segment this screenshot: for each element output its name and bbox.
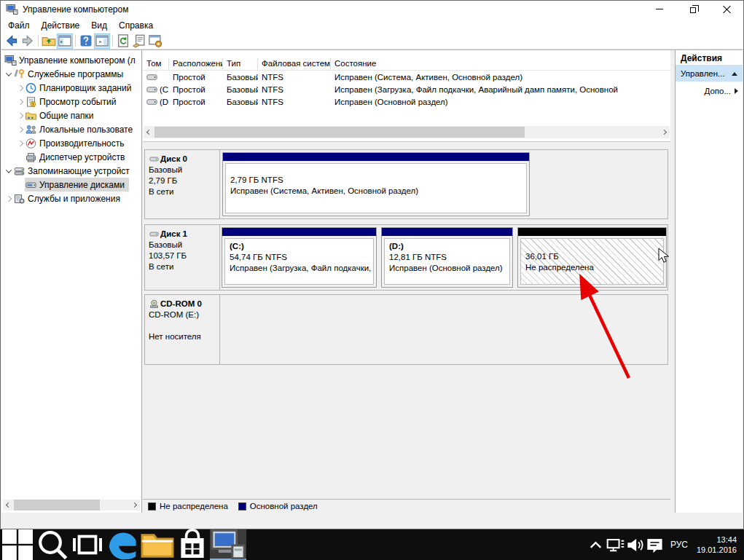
chevron-right-icon[interactable] <box>16 127 25 132</box>
network-status-button[interactable] <box>606 529 625 560</box>
disk0-row: Диск 0 Базовый 2,79 ГБ В сети 2,79 ГБ NT… <box>144 149 668 219</box>
disk0-partition-system[interactable]: 2,79 ГБ NTFS Исправен (Система, Активен,… <box>222 152 530 216</box>
chevron-down-icon[interactable] <box>4 169 13 173</box>
chevron-right-icon[interactable] <box>16 86 25 90</box>
scroll-right-icon[interactable] <box>129 500 140 510</box>
action-pane-toggle-button[interactable] <box>94 33 110 49</box>
tree-item-task-scheduler[interactable]: Планировщик заданий <box>1 81 141 95</box>
file-explorer-button[interactable] <box>140 529 175 560</box>
menu-help[interactable]: Справка <box>113 19 159 32</box>
tree-item-device-manager[interactable]: Диспетчер устройств <box>1 150 141 164</box>
table-row[interactable]: (D:) Простой Базовый NTFS Исправен (Осно… <box>143 95 670 108</box>
disk1-label[interactable]: Диск 1 Базовый 103,57 ГБ В сети <box>145 225 220 290</box>
action-pane-icon <box>95 33 109 48</box>
system-tray: РУС 13:44 19.01.2016 <box>586 529 744 560</box>
forward-icon <box>20 33 35 48</box>
console-tree-panel: Управление компьютером (л Служебные прог… <box>1 50 142 513</box>
menu-action[interactable]: Действие <box>36 19 86 32</box>
taskbar: РУС 13:44 19.01.2016 <box>0 529 744 560</box>
scroll-left-icon[interactable] <box>144 127 154 138</box>
tree-item-disk-management[interactable]: Управление дисками <box>1 178 141 192</box>
search-button[interactable] <box>35 529 70 560</box>
menu-view[interactable]: Вид <box>85 19 113 32</box>
chevron-down-icon[interactable] <box>4 72 13 76</box>
task-view-button[interactable] <box>70 529 105 560</box>
chevron-right-icon[interactable] <box>16 141 25 146</box>
partition-size: 36,01 ГБ <box>525 251 659 262</box>
partition-status: Не распределена <box>525 262 659 273</box>
table-row[interactable]: (C:) Простой Базовый NTFS Исправен (Загр… <box>143 83 670 95</box>
scroll-right-icon[interactable] <box>659 127 670 138</box>
legend-label: Не распределена <box>160 502 228 510</box>
chevron-right-icon[interactable] <box>16 100 25 104</box>
column-header-status[interactable]: Состояние <box>331 58 670 69</box>
language-indicator[interactable]: РУС <box>665 540 694 550</box>
column-header-volume[interactable]: Том <box>143 58 169 69</box>
scrollbar-thumb[interactable] <box>154 127 525 138</box>
manage-button[interactable] <box>147 33 163 49</box>
restore-button[interactable] <box>676 1 710 17</box>
actions-group-disk-management[interactable]: Управлен... <box>676 66 743 82</box>
notifications-button[interactable] <box>645 529 665 560</box>
disk0-label[interactable]: Диск 0 Базовый 2,79 ГБ В сети <box>145 150 220 218</box>
close-button[interactable] <box>710 1 743 17</box>
tree-item-label: Диспетчер устройств <box>39 152 125 162</box>
up-level-icon <box>42 33 56 48</box>
task-view-icon <box>70 527 105 560</box>
chevron-right-icon[interactable] <box>16 114 25 118</box>
tree-item-system-tools[interactable]: Служебные программы <box>1 67 141 81</box>
volume-list-horizontal-scrollbar[interactable] <box>144 126 670 138</box>
clock[interactable]: 13:44 19.01.2016 <box>694 535 737 555</box>
disk1-partition-unallocated[interactable]: 36,01 ГБ Не распределена <box>517 227 667 288</box>
refresh-button[interactable] <box>115 33 131 49</box>
cdrom-label[interactable]: CD-ROM 0 CD-ROM (E:) Нет носителя <box>145 295 220 364</box>
up-level-button[interactable] <box>41 33 57 49</box>
chevron-right-icon[interactable] <box>4 197 13 201</box>
tray-chevron-up-button[interactable] <box>586 529 606 560</box>
properties-button[interactable] <box>131 33 147 49</box>
actions-panel: Действия Управлен... Допо... <box>675 50 743 513</box>
tree-item-storage[interactable]: Запоминающие устройст <box>1 164 141 178</box>
table-row[interactable]: Простой Базовый NTFS Исправен (Система, … <box>143 71 670 83</box>
windows-logo-icon <box>0 527 35 560</box>
column-header-filesystem[interactable]: Файловая система <box>258 58 331 69</box>
tree-item-event-viewer[interactable]: Просмотр событий <box>1 95 141 109</box>
tree-horizontal-scrollbar[interactable] <box>3 500 140 510</box>
storage-icon <box>13 165 26 177</box>
start-button[interactable] <box>0 529 35 560</box>
tree-item-shared-folders[interactable]: Общие папки <box>1 109 141 122</box>
search-icon <box>35 527 70 560</box>
forward-button[interactable] <box>20 33 36 49</box>
actions-group-label: Управлен... <box>681 69 725 78</box>
cdrom-icon <box>149 299 160 309</box>
scrollbar-thumb[interactable] <box>14 500 100 510</box>
help-button[interactable] <box>78 33 94 49</box>
back-button[interactable] <box>4 33 20 49</box>
graphical-view: Диск 0 Базовый 2,79 ГБ В сети 2,79 ГБ NT… <box>143 141 670 499</box>
help-icon <box>79 33 93 48</box>
store-button[interactable] <box>175 529 210 560</box>
menu-file[interactable]: Файл <box>2 19 36 32</box>
tree-item-services[interactable]: Службы и приложения <box>1 192 141 205</box>
disk1-partition-d[interactable]: (D:) 12,81 ГБ NTFS Исправен (Основной ра… <box>381 227 513 288</box>
console-tree-toggle-button[interactable] <box>57 33 73 49</box>
tree-item-local-users[interactable]: Локальные пользовате <box>1 122 141 136</box>
title-bar[interactable]: Управление компьютером <box>1 1 743 17</box>
tree-item-label: Общие папки <box>39 111 93 121</box>
legend-item-unallocated: Не распределена <box>148 502 228 510</box>
column-header-type[interactable]: Тип <box>223 58 258 69</box>
properties-icon <box>132 33 146 48</box>
tree-item-computer-management[interactable]: Управление компьютером (л <box>1 53 141 67</box>
tree-item-performance[interactable]: Производительность <box>1 136 141 150</box>
column-header-layout[interactable]: Расположение <box>169 58 223 69</box>
minimize-button[interactable] <box>643 1 676 17</box>
actions-more-item[interactable]: Допо... <box>676 82 743 99</box>
computer-management-taskbar-button[interactable] <box>210 529 246 560</box>
disk1-partition-c[interactable]: (C:) 54,74 ГБ NTFS Исправен (Загрузка, Ф… <box>222 227 377 288</box>
scroll-left-icon[interactable] <box>3 500 14 510</box>
device-manager-icon <box>25 151 37 163</box>
volume-list-header: Том Расположение Тип Файловая система Со… <box>143 57 670 71</box>
minimize-icon <box>656 9 663 9</box>
volume-status-button[interactable] <box>625 529 645 560</box>
edge-button[interactable] <box>105 529 140 560</box>
